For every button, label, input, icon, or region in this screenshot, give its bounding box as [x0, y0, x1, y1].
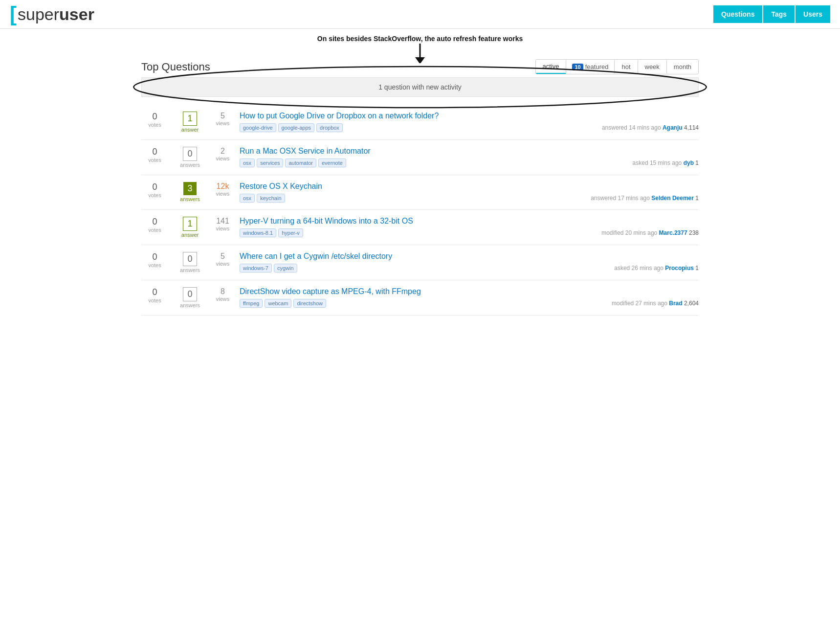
question-title-link[interactable]: Run a Mac OSX Service in Automator [240, 147, 699, 156]
views-label: views [216, 226, 230, 231]
views-count: 141 [216, 217, 229, 226]
answer-label: answers [180, 267, 200, 273]
views-stat: 5 views [212, 252, 234, 267]
answers-stat: 0 answers [174, 252, 206, 273]
tag[interactable]: cygwin [274, 264, 297, 273]
votes-stat: 0 votes [141, 182, 168, 198]
votes-count: 0 [152, 147, 157, 157]
questions-nav-button[interactable]: Questions [713, 5, 762, 23]
tags-nav-button[interactable]: Tags [763, 5, 795, 23]
meta-rep: 1 [695, 195, 699, 202]
views-label: views [216, 261, 230, 267]
question-title-link[interactable]: How to put Google Drive or Dropbox on a … [240, 112, 699, 120]
question-content: Hyper-V turning a 64-bit Windows into a … [240, 217, 699, 237]
meta-user-link[interactable]: Selden Deemer [651, 195, 694, 202]
table-row: 0 votes 0 answers 5 views Where can I ge… [141, 245, 699, 280]
tags: osx services automator evernote [240, 159, 346, 167]
meta-info: answered 14 mins ago Aganju 4,114 [602, 124, 699, 131]
tags: windows-7 cygwin [240, 264, 297, 273]
answer-count: 0 [183, 252, 197, 266]
answer-count: 0 [183, 287, 197, 301]
views-count: 8 [221, 287, 225, 296]
tag[interactable]: dropbox [316, 123, 343, 132]
votes-label: votes [148, 122, 161, 128]
votes-count: 0 [152, 182, 157, 192]
filter-tab-week[interactable]: week [638, 60, 666, 73]
question-title-link[interactable]: Where can I get a Cygwin /etc/skel direc… [240, 252, 699, 261]
table-row: 0 votes 1 answer 141 views Hyper-V turni… [141, 210, 699, 245]
new-activity-bar[interactable]: 1 question with new activity [141, 77, 699, 97]
meta-rep: 2,604 [684, 300, 699, 307]
header: [ superuser Questions Tags Users [0, 0, 840, 29]
top-bar: Top Questions active 10 featured hot wee… [141, 59, 699, 74]
tag[interactable]: google-drive [240, 123, 276, 132]
featured-badge: 10 [572, 64, 583, 70]
views-label: views [216, 296, 230, 302]
meta-rep: 1 [695, 159, 699, 166]
views-label: views [216, 120, 230, 126]
tags-and-meta: windows-8.1 hyper-v modified 20 mins ago… [240, 228, 699, 237]
answers-stat: 3 answers [174, 182, 206, 202]
logo-super: super [18, 5, 59, 23]
answers-stat: 0 answers [174, 147, 206, 168]
tag[interactable]: windows-8.1 [240, 228, 276, 237]
answer-count: 1 [183, 217, 197, 231]
page-title: Top Questions [141, 61, 535, 73]
question-content: Where can I get a Cygwin /etc/skel direc… [240, 252, 699, 273]
views-count: 5 [221, 112, 225, 120]
question-title-link[interactable]: Restore OS X Keychain [240, 182, 699, 191]
question-content: DirectShow video capture as MPEG-4, with… [240, 287, 699, 308]
tag[interactable]: hyper-v [278, 228, 303, 237]
meta-user-link[interactable]: Marc.2377 [659, 229, 687, 236]
tag[interactable]: keychain [257, 194, 285, 203]
question-title-link[interactable]: DirectShow video capture as MPEG-4, with… [240, 287, 699, 296]
filter-tab-featured-label: featured [585, 63, 609, 70]
annotation-text: On sites besides StackOverflow, the auto… [317, 35, 523, 43]
answers-stat: 0 answers [174, 287, 206, 308]
tag[interactable]: osx [240, 194, 255, 203]
meta-user-link[interactable]: Aganju [663, 124, 683, 131]
tags: google-drive google-apps dropbox [240, 123, 343, 132]
votes-label: votes [148, 297, 161, 303]
answer-count: 0 [183, 147, 197, 161]
votes-stat: 0 votes [141, 147, 168, 163]
meta-user-link[interactable]: Brad [669, 300, 682, 307]
nav-buttons: Questions Tags Users [713, 5, 830, 23]
table-row: 0 votes 3 answers 12k views Restore OS X… [141, 175, 699, 210]
tag[interactable]: windows-7 [240, 264, 272, 273]
votes-count: 0 [152, 252, 157, 262]
filter-tabs: active 10 featured hot week month [535, 59, 699, 74]
users-nav-button[interactable]: Users [796, 5, 830, 23]
tag[interactable]: osx [240, 159, 255, 167]
main-content: Top Questions active 10 featured hot wee… [132, 59, 708, 316]
filter-tab-hot[interactable]: hot [614, 60, 637, 73]
answers-stat: 1 answer [174, 217, 206, 238]
meta-info: modified 27 mins ago Brad 2,604 [612, 300, 699, 307]
votes-count: 0 [152, 287, 157, 297]
tags: ffmpeg webcam directshow [240, 299, 326, 308]
meta-user-link[interactable]: dyb [684, 159, 694, 166]
views-count: 5 [221, 252, 225, 261]
answer-count: 3 [183, 182, 196, 195]
votes-stat: 0 votes [141, 217, 168, 233]
views-count: 12k [217, 182, 229, 191]
tags-and-meta: osx keychain answered 17 mins ago Selden… [240, 194, 699, 203]
tag[interactable]: services [257, 159, 283, 167]
question-title-link[interactable]: Hyper-V turning a 64-bit Windows into a … [240, 217, 699, 226]
tag[interactable]: directshow [293, 299, 326, 308]
tag[interactable]: webcam [265, 299, 291, 308]
meta-user-link[interactable]: Procopius [665, 265, 694, 272]
tag[interactable]: evernote [318, 159, 346, 167]
filter-tab-month[interactable]: month [666, 60, 698, 73]
votes-stat: 0 votes [141, 252, 168, 268]
tags-and-meta: windows-7 cygwin asked 26 mins ago Proco… [240, 264, 699, 273]
tag[interactable]: google-apps [278, 123, 315, 132]
filter-tab-featured[interactable]: 10 featured [566, 60, 614, 73]
tag[interactable]: automator [285, 159, 316, 167]
tags: windows-8.1 hyper-v [240, 228, 303, 237]
views-stat: 12k views [212, 182, 234, 197]
tag[interactable]: ffmpeg [240, 299, 263, 308]
votes-stat: 0 votes [141, 112, 168, 128]
votes-label: votes [148, 157, 161, 163]
filter-tab-active[interactable]: active [536, 60, 566, 74]
